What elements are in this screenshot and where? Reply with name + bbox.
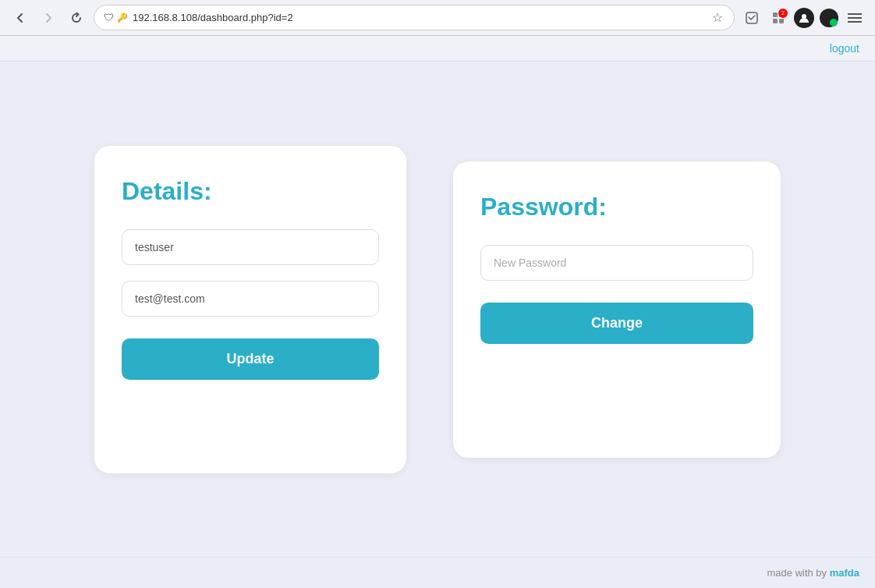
svg-rect-3 bbox=[773, 19, 778, 23]
footer-text: made with by mafda bbox=[767, 567, 860, 579]
svg-point-7 bbox=[830, 19, 838, 27]
username-input[interactable] bbox=[122, 229, 379, 265]
reload-button[interactable] bbox=[66, 7, 87, 29]
change-password-button[interactable]: Change bbox=[480, 303, 753, 344]
address-bar-icons: 🛡 🔑 bbox=[104, 12, 128, 23]
update-button[interactable]: Update bbox=[122, 338, 379, 380]
svg-rect-1 bbox=[773, 12, 778, 17]
bookmark-icon[interactable]: ☆ bbox=[710, 9, 724, 27]
details-card: Details: Update bbox=[94, 146, 406, 473]
extensions-button[interactable]: 2 bbox=[767, 7, 789, 29]
key-icon: 🔑 bbox=[117, 12, 128, 23]
browser-chrome: 🛡 🔑 ☆ 2 bbox=[0, 0, 875, 36]
new-password-input[interactable] bbox=[480, 245, 753, 281]
footer-link[interactable]: mafda bbox=[830, 567, 859, 579]
user-avatar[interactable] bbox=[794, 8, 814, 28]
address-bar[interactable]: 🛡 🔑 ☆ bbox=[94, 5, 735, 30]
svg-rect-4 bbox=[779, 19, 784, 23]
back-button[interactable] bbox=[9, 7, 31, 29]
notification-badge: 2 bbox=[778, 9, 788, 18]
forward-button[interactable] bbox=[37, 7, 59, 29]
browser-actions: 2 bbox=[741, 7, 866, 29]
menu-button[interactable] bbox=[844, 7, 866, 29]
shield-icon: 🛡 bbox=[104, 12, 114, 23]
page-header: logout bbox=[0, 36, 875, 62]
details-title: Details: bbox=[122, 177, 379, 206]
browser-toolbar: 🛡 🔑 ☆ 2 bbox=[0, 0, 875, 35]
email-input[interactable] bbox=[122, 281, 379, 317]
password-card: Password: Change bbox=[453, 161, 781, 458]
account-button[interactable] bbox=[819, 8, 839, 28]
logout-link[interactable]: logout bbox=[830, 42, 859, 55]
page-footer: made with by mafda bbox=[0, 557, 875, 588]
page-content: Details: Update Password: Change bbox=[0, 62, 875, 557]
url-input[interactable] bbox=[133, 12, 706, 23]
pocket-button[interactable] bbox=[741, 7, 763, 29]
password-title: Password: bbox=[480, 193, 753, 221]
